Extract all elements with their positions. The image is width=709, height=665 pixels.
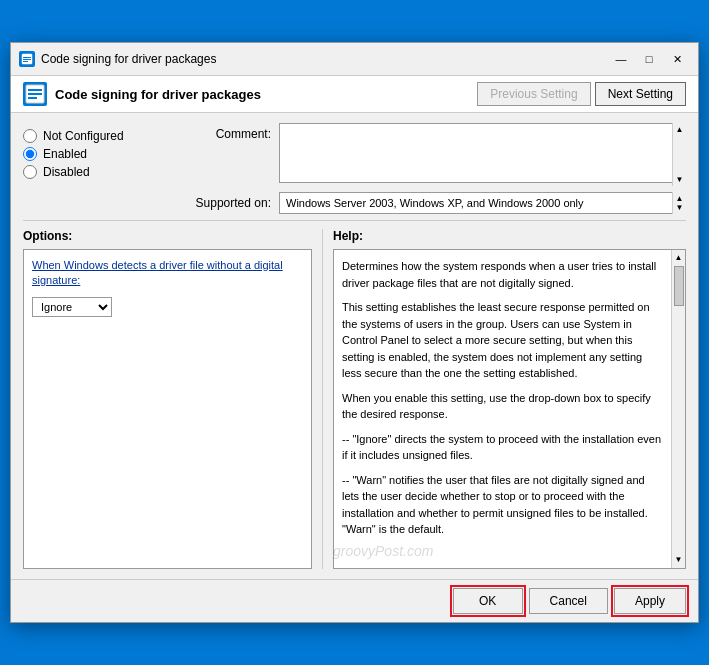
disabled-radio-item: Disabled: [23, 165, 163, 179]
options-section: Options: When Windows detects a driver f…: [23, 229, 323, 569]
ok-button[interactable]: OK: [453, 588, 523, 614]
window-icon: [19, 51, 35, 67]
footer: OK Cancel Apply: [11, 579, 698, 622]
not-configured-label: Not Configured: [43, 129, 124, 143]
supported-value: Windows Server 2003, Windows XP, and Win…: [279, 192, 686, 214]
supported-label: Supported on:: [181, 192, 271, 210]
enabled-radio-item: Enabled: [23, 147, 163, 161]
svg-rect-7: [28, 97, 37, 99]
help-paragraph-5: -- "Warn" notifies the user that files a…: [342, 472, 663, 538]
ignore-dropdown[interactable]: Ignore Warn Block: [32, 297, 112, 317]
not-configured-radio-item: Not Configured: [23, 129, 163, 143]
header-title: Code signing for driver packages: [55, 87, 469, 102]
help-scrollbar: ▲ ▼: [671, 250, 685, 568]
window-title: Code signing for driver packages: [41, 52, 602, 66]
help-title: Help:: [333, 229, 686, 243]
close-button[interactable]: ✕: [664, 49, 690, 69]
svg-rect-2: [23, 59, 31, 60]
watermark: groovyPost.com: [333, 543, 433, 559]
enabled-label: Enabled: [43, 147, 87, 161]
enabled-radio[interactable]: [23, 147, 37, 161]
comment-scroll-up-arrow[interactable]: ▲: [676, 125, 684, 134]
help-scroll-up-arrow[interactable]: ▲: [675, 252, 683, 264]
main-window: Code signing for driver packages — □ ✕ C…: [10, 42, 699, 623]
minimize-button[interactable]: —: [608, 49, 634, 69]
options-title: Options:: [23, 229, 312, 243]
help-scroll-down-arrow[interactable]: ▼: [675, 554, 683, 566]
apply-button[interactable]: Apply: [614, 588, 686, 614]
svg-rect-3: [23, 61, 28, 62]
svg-rect-5: [28, 89, 42, 91]
help-paragraph-4: -- "Ignore" directs the system to procee…: [342, 431, 663, 464]
dropdown-row: Ignore Warn Block: [32, 297, 303, 317]
header-icon: [23, 82, 47, 106]
content-area: Not Configured Enabled Disabled Comment:: [11, 113, 698, 579]
next-setting-button[interactable]: Next Setting: [595, 82, 686, 106]
title-bar: Code signing for driver packages — □ ✕: [11, 43, 698, 76]
help-scrollbar-track: [674, 264, 684, 554]
supported-row: Supported on: Windows Server 2003, Windo…: [181, 192, 686, 214]
svg-rect-6: [28, 93, 42, 95]
options-box: When Windows detects a driver file witho…: [23, 249, 312, 569]
svg-rect-1: [23, 57, 31, 58]
window-controls: — □ ✕: [608, 49, 690, 69]
options-description: When Windows detects a driver file witho…: [32, 258, 303, 289]
help-paragraph-3: When you enable this setting, use the dr…: [342, 390, 663, 423]
bottom-sections: Options: When Windows detects a driver f…: [23, 220, 686, 569]
disabled-radio[interactable]: [23, 165, 37, 179]
help-scrollbar-thumb[interactable]: [674, 266, 684, 306]
comment-scroll-down-arrow[interactable]: ▼: [676, 175, 684, 184]
previous-setting-button[interactable]: Previous Setting: [477, 82, 590, 106]
comment-textarea[interactable]: [279, 123, 686, 183]
radio-section: Not Configured Enabled Disabled: [23, 123, 163, 185]
not-configured-radio[interactable]: [23, 129, 37, 143]
help-box: Determines how the system responds when …: [333, 249, 686, 569]
top-row: Not Configured Enabled Disabled Comment:: [23, 123, 686, 220]
supported-scroll-down-arrow[interactable]: ▼: [676, 203, 684, 212]
header-bar: Code signing for driver packages Previou…: [11, 76, 698, 113]
disabled-label: Disabled: [43, 165, 90, 179]
header-navigation: Previous Setting Next Setting: [477, 82, 686, 106]
maximize-button[interactable]: □: [636, 49, 662, 69]
help-paragraph-2: This setting establishes the least secur…: [342, 299, 663, 382]
radio-column: Not Configured Enabled Disabled: [23, 123, 163, 214]
help-section: Help: Determines how the system responds…: [323, 229, 686, 569]
comment-row: Comment: ▲ ▼: [181, 123, 686, 186]
fields-column: Comment: ▲ ▼ Supported on: Windows Serve…: [181, 123, 686, 214]
supported-text: Windows Server 2003, Windows XP, and Win…: [286, 197, 584, 209]
help-paragraph-1: Determines how the system responds when …: [342, 258, 663, 291]
comment-label: Comment:: [181, 123, 271, 141]
cancel-button[interactable]: Cancel: [529, 588, 608, 614]
supported-scroll-up-arrow[interactable]: ▲: [676, 194, 684, 203]
